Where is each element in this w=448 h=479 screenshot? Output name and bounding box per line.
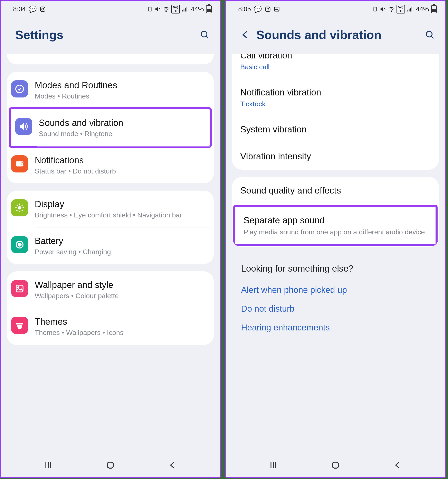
row-title: Modes and Routines [35, 80, 208, 91]
back-icon[interactable] [240, 30, 250, 40]
svg-rect-8 [184, 9, 184, 11]
svg-point-2 [44, 7, 45, 8]
chat-icon: 💬 [254, 5, 262, 13]
nav-home[interactable] [104, 459, 116, 471]
row-call-vibration[interactable]: Call vibration Basic call [232, 54, 439, 79]
svg-point-27 [18, 243, 21, 246]
link-dnd[interactable]: Do not disturb [241, 299, 430, 318]
svg-point-46 [426, 31, 432, 37]
svg-point-35 [267, 8, 269, 10]
nav-recent[interactable] [267, 459, 279, 471]
row-sub: Sound mode • Ringtone [39, 129, 204, 139]
nav-bar [226, 453, 445, 477]
notifications-icon [11, 155, 28, 173]
sounds-list[interactable]: Call vibration Basic call Notification v… [226, 54, 445, 453]
row-title: System vibration [240, 124, 431, 135]
svg-line-25 [22, 205, 22, 206]
svg-rect-43 [409, 9, 410, 11]
row-display[interactable]: Display Brightness • Eye comfort shield … [7, 191, 214, 227]
status-bar: 8:05 💬 Vo)LTE 44% [226, 1, 445, 15]
row-separate-app-sound[interactable]: Separate app sound Play media sound from… [235, 207, 435, 244]
looking-section: Looking for something else? Alert when p… [232, 254, 439, 347]
volte-icon: Vo)LTE [171, 5, 180, 13]
row-battery[interactable]: Battery Power saving • Charging [7, 227, 214, 264]
instagram-icon [265, 6, 271, 12]
highlight-sounds: Sounds and vibration Sound mode • Ringto… [9, 107, 212, 148]
signal-icon [182, 6, 188, 12]
sound-quality-group: Sound quality and effects Separate app s… [232, 177, 439, 247]
row-sub: Brightness • Eye comfort shield • Naviga… [35, 211, 208, 220]
svg-point-29 [18, 287, 19, 288]
row-title: Notification vibration [240, 87, 431, 98]
row-title: Notifications [35, 154, 208, 166]
row-title: Vibration intensity [240, 151, 431, 162]
page-title: Settings [15, 28, 64, 42]
divider [37, 345, 210, 345]
wallpaper-icon [11, 280, 28, 297]
row-sound-quality[interactable]: Sound quality and effects [232, 177, 439, 204]
sound-icon [15, 118, 32, 135]
search-icon[interactable] [200, 30, 210, 40]
instagram-icon [40, 6, 46, 12]
nav-bar [1, 453, 220, 477]
display-icon [11, 199, 28, 216]
row-vibration-intensity[interactable]: Vibration intensity [232, 143, 439, 170]
row-title: Battery [35, 235, 208, 246]
battery-icon [431, 5, 437, 13]
nav-recent[interactable] [42, 459, 54, 471]
row-notifications[interactable]: Notifications Status bar • Do not distur… [7, 147, 214, 183]
nav-home[interactable] [329, 459, 342, 471]
svg-rect-42 [407, 10, 408, 11]
row-sub: Themes • Wallpapers • Icons [35, 328, 208, 337]
svg-rect-10 [186, 7, 187, 11]
wifi-icon [163, 6, 169, 12]
row-sounds-vibration[interactable]: Sounds and vibration Sound mode • Ringto… [11, 109, 210, 146]
looking-title: Looking for something else? [241, 263, 430, 274]
row-link: Basic call [240, 63, 431, 71]
svg-rect-38 [374, 7, 376, 11]
battery-pct: 44% [191, 5, 204, 13]
status-time: 8:05 [238, 5, 251, 13]
nav-back[interactable] [166, 459, 178, 471]
settings-list[interactable]: Modes and Routines Modes • Routines Soun… [1, 54, 220, 453]
row-sub: Modes • Routines [35, 92, 208, 101]
svg-rect-9 [185, 8, 186, 11]
row-desc: Play media sound from one app on a diffe… [244, 227, 427, 236]
row-title: Sound quality and effects [240, 185, 431, 196]
svg-rect-28 [16, 285, 23, 292]
row-modes-routines[interactable]: Modes and Routines Modes • Routines [7, 72, 214, 108]
signal-icon [407, 6, 413, 12]
row-title: Separate app sound [244, 215, 427, 226]
phone-right: 8:05 💬 Vo)LTE 44% Sounds and vibration [225, 0, 446, 478]
page-header: Sounds and vibration [226, 15, 445, 54]
svg-rect-33 [107, 462, 113, 468]
svg-point-36 [269, 7, 270, 8]
image-icon [274, 6, 280, 12]
svg-rect-7 [182, 10, 183, 11]
svg-line-22 [17, 205, 17, 206]
mute-icon [155, 6, 161, 12]
row-title: Wallpaper and style [35, 279, 208, 290]
status-time: 8:04 [13, 5, 26, 13]
row-notification-vibration[interactable]: Notification vibration Ticktock [232, 79, 439, 116]
svg-point-6 [166, 11, 166, 11]
row-themes[interactable]: Themes Themes • Wallpapers • Icons [7, 308, 214, 345]
highlight-separate-app-sound: Separate app sound Play media sound from… [233, 205, 438, 246]
link-alert-pickup[interactable]: Alert when phone picked up [241, 280, 430, 299]
phone-left: 8:04 💬 Vo)LTE 44% Settings [0, 0, 221, 478]
chat-icon: 💬 [29, 5, 37, 13]
svg-point-1 [42, 8, 44, 10]
settings-group-1: Modes and Routines Modes • Routines Soun… [7, 72, 214, 184]
settings-group-2: Display Brightness • Eye comfort shield … [7, 191, 214, 264]
card-partial [7, 54, 214, 64]
svg-point-16 [21, 163, 23, 165]
card-icon [372, 6, 378, 12]
row-system-vibration[interactable]: System vibration [232, 116, 439, 143]
row-wallpaper[interactable]: Wallpaper and style Wallpapers • Colour … [7, 271, 214, 308]
row-sub: Status bar • Do not disturb [35, 166, 208, 176]
link-hearing[interactable]: Hearing enhancements [241, 318, 430, 337]
svg-line-47 [431, 36, 434, 38]
nav-back[interactable] [391, 459, 404, 471]
svg-point-13 [16, 85, 24, 93]
search-icon[interactable] [425, 30, 435, 40]
